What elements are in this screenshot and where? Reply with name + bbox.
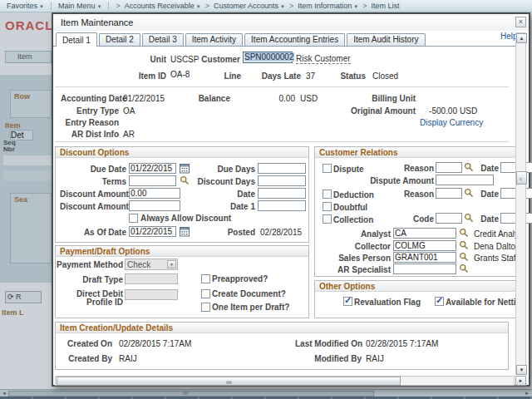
- sales-person-input[interactable]: [393, 252, 456, 263]
- breadcrumb-main-menu[interactable]: Main Menu▼: [58, 2, 101, 10]
- accounting-date-value: 01/22/2015: [123, 94, 165, 103]
- deduction-date-label: Date: [449, 190, 499, 199]
- as-of-date-label: As Of Date: [60, 228, 126, 237]
- deduction-checkbox[interactable]: [323, 190, 332, 199]
- due-days-input[interactable]: [258, 163, 306, 174]
- analyst-input[interactable]: [393, 228, 456, 239]
- risk-customer-link[interactable]: Risk Customer: [296, 54, 351, 64]
- close-icon[interactable]: ×: [515, 17, 526, 27]
- chevron-down-icon: ▼: [39, 4, 44, 9]
- tab-detail-2[interactable]: Detail 2: [99, 33, 140, 46]
- lookup-icon[interactable]: [459, 228, 470, 239]
- unit-label: Unit: [108, 55, 166, 64]
- original-amount-label: Original Amount: [341, 106, 416, 116]
- customer-label: Customer: [190, 55, 240, 64]
- payment-method-select[interactable]: Check ▼: [125, 259, 178, 270]
- customer-input[interactable]: SPN0000002: [243, 52, 293, 63]
- due-days-label: Due Days: [189, 165, 255, 174]
- other-options-title: Other Options: [315, 281, 523, 292]
- original-amount-currency: USD: [460, 106, 477, 116]
- scroll-right-icon[interactable]: ►: [515, 376, 526, 386]
- draft-type-input: [125, 273, 178, 284]
- ar-specialist-label: AR Specialist: [324, 265, 391, 274]
- breadcrumb-accounts-receivable[interactable]: Accounts Receivable▼: [125, 2, 201, 10]
- available-for-netting-checkbox[interactable]: [435, 297, 444, 306]
- breadcrumb-customer-accounts[interactable]: Customer Accounts▼: [214, 2, 285, 10]
- dispute-amount-label: Dispute Amount: [359, 176, 434, 185]
- created-on-label: Created On: [58, 339, 112, 348]
- one-item-per-draft-checkbox[interactable]: [201, 303, 210, 312]
- revaluation-flag-checkbox[interactable]: [343, 297, 352, 306]
- item-creation-details-title: Item Creation/Update Details: [56, 323, 508, 333]
- item-id-value: OA-8: [170, 70, 190, 79]
- collector-desc: Dena Dalton: [474, 242, 520, 251]
- tab-detail-1[interactable]: Detail 1: [56, 32, 97, 47]
- scroll-up-icon[interactable]: ▲: [516, 33, 527, 43]
- doubtful-checkbox[interactable]: [323, 202, 332, 211]
- create-document-label: Create Document?: [212, 289, 286, 298]
- terms-input[interactable]: [129, 175, 176, 186]
- entry-type-value: OA: [123, 106, 135, 116]
- dispute-label: Dispute: [333, 165, 364, 174]
- always-allow-discount-checkbox[interactable]: [129, 214, 138, 223]
- date-label: Date: [189, 190, 255, 199]
- due-date-label: Due Date: [60, 165, 126, 174]
- direct-debit-profile-id-label: Direct Debit Profile ID: [57, 290, 123, 307]
- discount-amount-1-input[interactable]: [129, 200, 180, 211]
- modified-by-label: Modified By: [295, 354, 362, 363]
- tab-item-audit-history[interactable]: Item Audit History: [347, 33, 425, 46]
- tab-item-accounting-entries[interactable]: Item Accounting Entries: [244, 33, 345, 46]
- billing-unit-label: Billing Unit: [341, 94, 416, 103]
- available-for-netting-label: Available for Netting: [446, 298, 526, 307]
- lookup-icon[interactable]: [459, 252, 470, 263]
- dispute-date-label: Date: [449, 164, 499, 173]
- discount-amount-input[interactable]: [129, 188, 180, 199]
- scroll-down-icon[interactable]: ▼: [516, 365, 527, 375]
- original-amount-value: -500.00: [416, 106, 457, 116]
- ar-specialist-input[interactable]: [393, 264, 456, 274]
- display-currency-link[interactable]: Display Currency: [420, 118, 483, 127]
- discount-days-input[interactable]: [258, 175, 306, 186]
- as-of-date-input[interactable]: [129, 226, 176, 237]
- vscroll-thumb[interactable]: ≡: [516, 171, 527, 185]
- payment-method-label: Payment Method: [57, 260, 123, 269]
- collector-input[interactable]: [393, 240, 456, 251]
- collector-label: Collector: [324, 242, 391, 251]
- collection-date-label: Date: [449, 214, 499, 224]
- divider: [55, 86, 509, 87]
- dispute-checkbox[interactable]: [323, 164, 332, 173]
- customer-relations-title: Customer Relations: [315, 147, 523, 158]
- breadcrumb-item-information[interactable]: Item Information▼: [298, 2, 358, 10]
- customer-value-selected: SPN0000002: [244, 52, 294, 62]
- breadcrumb-item-list[interactable]: Item List: [372, 2, 400, 10]
- discount-amount-label: Discount Amount: [60, 190, 126, 199]
- terms-label: Terms: [60, 177, 126, 186]
- ar-dist-info-label: AR Dist Info: [61, 130, 119, 139]
- dispute-amount-input[interactable]: [436, 175, 494, 185]
- revaluation-flag-label: Revaluation Flag: [354, 298, 421, 307]
- lookup-icon[interactable]: [459, 240, 470, 251]
- tab-detail-3[interactable]: Detail 3: [142, 33, 184, 46]
- deduction-reason-label: Reason: [384, 190, 434, 199]
- dialog-hscrollbar[interactable]: ⦀⦀⦀: [55, 376, 515, 386]
- chevron-down-icon: ▼: [97, 4, 102, 9]
- discount-days-label: Discount Days: [189, 177, 255, 186]
- lookup-icon[interactable]: [459, 264, 470, 274]
- last-modified-on-value: 02/28/2015 7:17AM: [366, 339, 438, 348]
- breadcrumb-favorites[interactable]: Favorites▼: [7, 2, 44, 10]
- preapproved-checkbox[interactable]: [201, 274, 210, 283]
- date-1-input[interactable]: [258, 200, 306, 211]
- payment-draft-options-title: Payment/Draft Options: [56, 246, 308, 257]
- dispute-reason-label: Reason: [384, 164, 434, 173]
- accounting-date-label: Accounting Date: [61, 94, 119, 103]
- due-date-input[interactable]: [129, 163, 176, 174]
- tab-item-activity[interactable]: Item Activity: [185, 33, 243, 46]
- collection-checkbox[interactable]: [323, 214, 332, 224]
- status-label: Status: [316, 71, 366, 81]
- ar-dist-info-value: AR: [123, 130, 135, 139]
- dialog-vscrollbar[interactable]: ▲ ≡ ▼: [515, 32, 526, 374]
- create-document-checkbox[interactable]: [201, 289, 210, 298]
- chevron-down-icon: ▼: [167, 260, 176, 268]
- date-input[interactable]: [258, 188, 306, 199]
- hscroll-thumb[interactable]: ⦀⦀⦀: [57, 377, 401, 386]
